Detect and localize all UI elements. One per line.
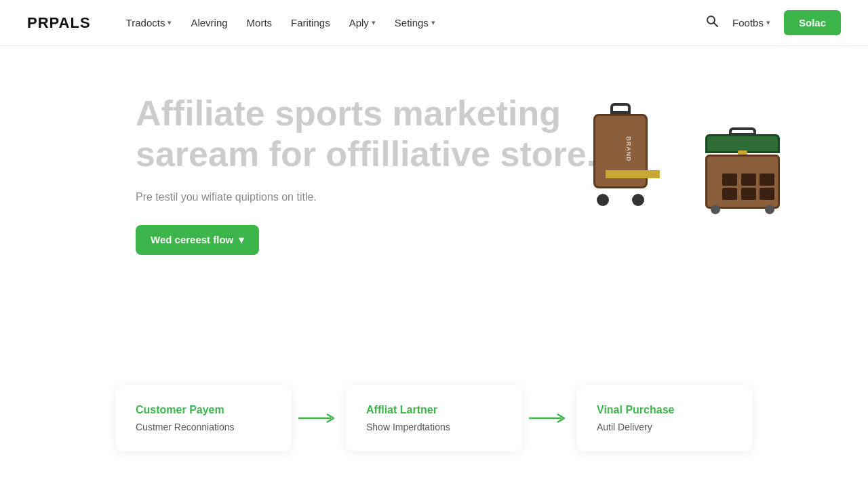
luggage-illustration: BRAND [583, 100, 658, 209]
footbs-dropdown[interactable]: Footbs ▾ [732, 17, 770, 28]
card-0-title: Customer Payem [136, 404, 271, 416]
svg-line-1 [714, 23, 718, 27]
logo: PRPALS [27, 14, 91, 32]
card-vinal-purchase: Vinal Purchase Autil Delivery [576, 385, 753, 451]
card-customer-payem: Customer Payem Custmer Reconniations [115, 385, 292, 451]
chevron-down-icon: ▾ [167, 18, 172, 27]
nav-right: Footbs ▾ Solac [705, 10, 841, 35]
hero-title: Affiliate sports marketing saream for of… [136, 94, 610, 175]
toolbox-cell [741, 188, 756, 200]
luggage-body: BRAND [593, 114, 648, 188]
chevron-down-icon: ▾ [372, 18, 376, 27]
toolbox-cell [722, 188, 737, 200]
chevron-down-icon: ▾ [766, 18, 770, 27]
hero-cta-button[interactable]: Wed cereest flow ▾ [136, 225, 259, 255]
toolbox-cell [760, 188, 774, 200]
card-0-subtitle: Custmer Reconniations [136, 422, 271, 432]
navbar: PRPALS Tradocts ▾ Alevring Morts Faritin… [0, 0, 868, 46]
card-1-title: Affliat Lartner [366, 404, 502, 416]
toolbox-wheel-left [711, 205, 720, 214]
toolbox-body [705, 155, 780, 209]
toolbox-cell [722, 174, 737, 186]
nav-tradocts[interactable]: Tradocts ▾ [126, 17, 172, 28]
arrow-1 [292, 411, 346, 425]
card-2-subtitle: Autil Delivery [597, 422, 732, 432]
toolbox-illustration [698, 134, 787, 209]
nav-links: Tradocts ▾ Alevring Morts Faritings Aply… [126, 17, 684, 28]
nav-faritings[interactable]: Faritings [291, 17, 330, 28]
hero-illustrations: BRAND [583, 100, 787, 209]
solac-button[interactable]: Solac [784, 10, 841, 35]
chevron-down-icon: ▾ [239, 234, 244, 246]
nav-alevring[interactable]: Alevring [191, 17, 227, 28]
luggage-wheel-left [597, 194, 609, 206]
nav-morts[interactable]: Morts [247, 17, 273, 28]
luggage-wheel-right [632, 194, 644, 206]
card-2-title: Vinal Purchase [597, 404, 732, 416]
toolbox-cell [741, 174, 756, 186]
nav-setings[interactable]: Setings ▾ [395, 17, 435, 28]
card-1-subtitle: Show Imperdtations [366, 422, 502, 432]
card-affliat-lartner: Affliat Lartner Show Imperdtations [346, 385, 522, 451]
toolbox-wheel-right [765, 205, 774, 214]
search-icon[interactable] [705, 14, 719, 31]
cards-section: Customer Payem Custmer Reconniations Aff… [0, 385, 868, 451]
arrow-2 [522, 411, 576, 425]
hero-section: Affiliate sports marketing saream for of… [0, 46, 868, 371]
nav-aply[interactable]: Aply ▾ [349, 17, 376, 28]
luggage-brand: BRAND [625, 136, 632, 162]
toolbox-cell [760, 174, 774, 186]
luggage-handle [610, 103, 631, 114]
toolbox-grid [722, 174, 776, 200]
chevron-down-icon: ▾ [431, 18, 435, 27]
luggage-strap [606, 170, 660, 178]
